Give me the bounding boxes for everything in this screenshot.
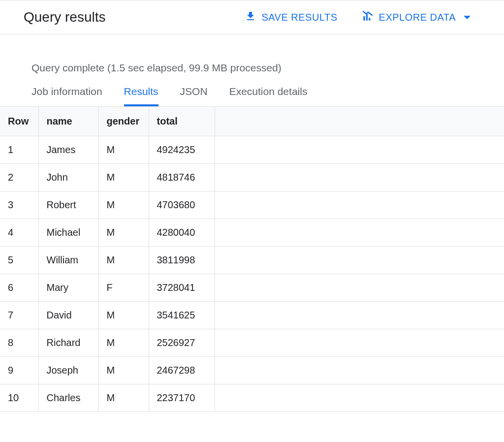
cell-gender: M (98, 302, 149, 329)
cell-rest (215, 247, 504, 274)
table-row: 6MaryF3728041 (0, 274, 504, 302)
chart-icon (361, 10, 374, 25)
save-results-button[interactable]: SAVE RESULTS (245, 10, 337, 25)
cell-gender: M (98, 247, 149, 274)
cell-name: James (38, 136, 98, 164)
table-row: 7DavidM3541625 (0, 302, 504, 329)
page-title: Query results (24, 9, 106, 25)
table-row: 10CharlesM2237170 (0, 384, 504, 412)
cell-name: Richard (38, 329, 98, 357)
cell-rest (215, 357, 504, 384)
tab-results[interactable]: Results (124, 86, 158, 106)
cell-gender: M (98, 191, 149, 219)
tab-job-information[interactable]: Job information (32, 86, 102, 106)
explore-data-label: EXPLORE DATA (379, 12, 456, 23)
query-status: Query complete (1.5 sec elapsed, 99.9 MB… (0, 62, 504, 86)
table-row: 4MichaelM4280040 (0, 219, 504, 247)
cell-rest (215, 164, 504, 191)
cell-name: John (38, 164, 98, 191)
table-row: 3RobertM4703680 (0, 191, 504, 219)
cell-rest (215, 274, 504, 302)
table-row: 2JohnM4818746 (0, 164, 504, 191)
col-header-row[interactable]: Row (0, 107, 38, 136)
cell-name: Michael (38, 219, 98, 247)
cell-row: 8 (0, 329, 38, 357)
cell-gender: M (98, 219, 149, 247)
cell-row: 1 (0, 136, 38, 164)
col-header-name[interactable]: name (38, 107, 98, 136)
cell-total: 3541625 (149, 302, 215, 329)
table-header-row: Row name gender total (0, 107, 504, 136)
chevron-down-icon (464, 16, 471, 19)
cell-total: 4280040 (149, 219, 215, 247)
table-row: 5WilliamM3811998 (0, 247, 504, 274)
cell-total: 4818746 (149, 164, 215, 191)
cell-rest (215, 384, 504, 412)
cell-rest (215, 219, 504, 247)
cell-name: Robert (38, 191, 98, 219)
cell-name: David (38, 302, 98, 329)
save-results-label: SAVE RESULTS (261, 12, 337, 23)
cell-gender: M (98, 164, 149, 191)
cell-total: 4924235 (149, 136, 215, 164)
table-row: 8RichardM2526927 (0, 329, 504, 357)
cell-gender: M (98, 384, 149, 412)
download-icon (245, 10, 256, 25)
cell-total: 2467298 (149, 357, 215, 384)
cell-rest (215, 302, 504, 329)
cell-total: 3728041 (149, 274, 215, 302)
cell-name: Mary (38, 274, 98, 302)
cell-total: 2237170 (149, 384, 215, 412)
cell-gender: M (98, 136, 149, 164)
cell-name: Joseph (38, 357, 98, 384)
header-actions: SAVE RESULTS EXPLORE DATA (245, 10, 471, 25)
cell-name: William (38, 247, 98, 274)
results-tabs: Job informationResultsJSONExecution deta… (0, 86, 504, 106)
results-table-wrap: Row name gender total 1JamesM49242352Joh… (0, 106, 504, 412)
table-row: 1JamesM4924235 (0, 136, 504, 164)
results-header: Query results SAVE RESULTS EXPLORE DATA (0, 0, 504, 34)
cell-total: 3811998 (149, 247, 215, 274)
tab-execution-details[interactable]: Execution details (229, 86, 308, 106)
results-content: Query complete (1.5 sec elapsed, 99.9 MB… (0, 34, 504, 412)
tab-json[interactable]: JSON (180, 86, 208, 106)
cell-row: 2 (0, 164, 38, 191)
cell-row: 6 (0, 274, 38, 302)
cell-row: 4 (0, 219, 38, 247)
table-row: 9JosephM2467298 (0, 357, 504, 384)
results-table: Row name gender total 1JamesM49242352Joh… (0, 107, 504, 412)
cell-total: 2526927 (149, 329, 215, 357)
cell-rest (215, 329, 504, 357)
cell-rest (215, 191, 504, 219)
cell-row: 3 (0, 191, 38, 219)
cell-rest (215, 136, 504, 164)
col-header-gender[interactable]: gender (98, 107, 149, 136)
cell-row: 5 (0, 247, 38, 274)
cell-row: 9 (0, 357, 38, 384)
cell-row: 10 (0, 384, 38, 412)
cell-total: 4703680 (149, 191, 215, 219)
cell-gender: M (98, 329, 149, 357)
cell-gender: M (98, 357, 149, 384)
col-header-rest (215, 107, 504, 136)
explore-data-button[interactable]: EXPLORE DATA (361, 10, 471, 25)
cell-row: 7 (0, 302, 38, 329)
cell-gender: F (98, 274, 149, 302)
cell-name: Charles (38, 384, 98, 412)
col-header-total[interactable]: total (149, 107, 215, 136)
